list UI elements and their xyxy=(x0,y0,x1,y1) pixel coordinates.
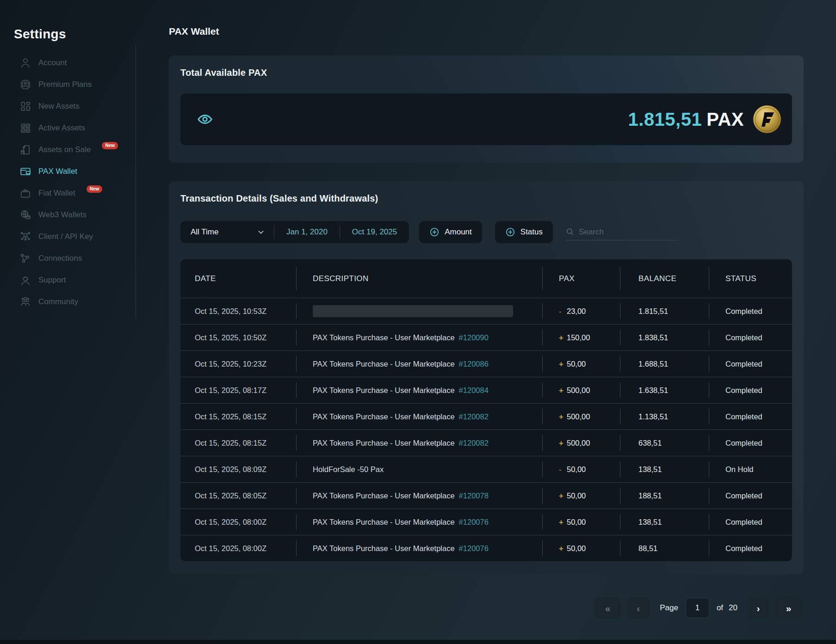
sidebar-item-assets-on-sale[interactable]: Assets on Sale New xyxy=(19,139,130,160)
search-icon xyxy=(566,227,575,236)
tx-description-text: PAX Tokens Purchase - User Marketplace xyxy=(313,544,455,553)
table-row: Oct 15, 2025, 08:15Z PAX Tokens Purchase… xyxy=(180,403,792,429)
tx-amount-sign: + xyxy=(559,412,564,421)
user-icon xyxy=(19,57,31,69)
amount-filter-label: Amount xyxy=(445,227,472,237)
sidebar-item-client-api-key[interactable]: Client / API Key xyxy=(19,226,130,247)
plus-circle-icon xyxy=(505,227,515,237)
sidebar-item-support[interactable]: Support xyxy=(19,269,130,291)
tx-balance: 1.815,51 xyxy=(620,298,709,324)
sidebar-item-label: PAX Wallet xyxy=(38,167,77,176)
redacted-description-block xyxy=(313,305,513,317)
tx-description-text: PAX Tokens Purchase - User Marketplace xyxy=(313,491,455,500)
tx-amount-value: 50,00 xyxy=(567,360,586,368)
plus-circle-icon xyxy=(429,227,440,237)
tx-amount: + 500,00 xyxy=(542,377,620,403)
tx-description: PAX Tokens Purchase - User Marketplace #… xyxy=(296,404,542,429)
tx-reference-link[interactable]: #120076 xyxy=(459,518,489,527)
new-badge: New xyxy=(87,185,103,193)
sidebar-item-fiat-wallet[interactable]: Fiat Wallet New xyxy=(19,182,130,204)
tx-balance: 138,51 xyxy=(620,509,709,535)
sidebar-item-premium-plans[interactable]: Premium Plans xyxy=(19,74,130,95)
tx-date: Oct 15, 2025, 08:05Z xyxy=(180,483,296,509)
tx-amount: + 150,00 xyxy=(542,325,620,350)
sidebar-item-web3-wallets[interactable]: Web3 Wallets xyxy=(19,204,130,226)
tx-amount: + 50,00 xyxy=(542,509,620,535)
sidebar-item-pax-wallet[interactable]: PAX Wallet xyxy=(19,160,130,182)
tx-reference-link[interactable]: #120086 xyxy=(459,360,489,368)
date-range-box: All Time Jan 1, 2020 Oct 19, 2025 xyxy=(180,221,409,243)
toggle-balance-visibility-button[interactable] xyxy=(197,111,213,127)
time-range-value: All Time xyxy=(191,227,218,237)
table-body: Oct 15, 2025, 10:53Z - 23,00 1.815,51 Co… xyxy=(180,298,792,561)
tx-amount-sign: + xyxy=(559,518,564,527)
time-range-dropdown[interactable]: All Time xyxy=(180,227,274,237)
settings-title: Settings xyxy=(14,27,66,42)
tx-amount-value: 500,00 xyxy=(567,412,590,421)
table-header: DATE DESCRIPTION PAX BALANCE STATUS xyxy=(180,259,792,298)
table-row: Oct 15, 2025, 08:17Z PAX Tokens Purchase… xyxy=(180,377,792,403)
tx-amount: - 23,00 xyxy=(542,298,620,324)
sidebar-item-community[interactable]: Community xyxy=(19,291,130,313)
page-number-input[interactable] xyxy=(686,598,709,618)
tx-date: Oct 15, 2025, 08:09Z xyxy=(180,456,296,482)
tx-description: PAX Tokens Purchase - User Marketplace #… xyxy=(296,377,542,403)
tx-balance: 188,51 xyxy=(620,483,709,509)
tx-date: Oct 15, 2025, 08:15Z xyxy=(180,404,296,429)
tx-description-text: PAX Tokens Purchase - User Marketplace xyxy=(313,518,455,527)
tx-amount: + 500,00 xyxy=(542,430,620,456)
tx-description-text: PAX Tokens Purchase - User Marketplace xyxy=(313,439,455,448)
tx-description: PAX Tokens Purchase - User Marketplace #… xyxy=(296,430,542,456)
balance-panel-title: Total Available PAX xyxy=(180,67,792,78)
tx-date: Oct 15, 2025, 08:00Z xyxy=(180,509,296,535)
tx-status: Completed xyxy=(709,377,792,403)
tx-date: Oct 15, 2025, 08:00Z xyxy=(180,535,296,561)
filter-row: All Time Jan 1, 2020 Oct 19, 2025 Amount… xyxy=(180,221,792,243)
tx-reference-link[interactable]: #120082 xyxy=(459,439,489,448)
globe-card-icon xyxy=(19,209,31,221)
page-total: 20 xyxy=(729,603,737,613)
tx-status: Completed xyxy=(709,351,792,377)
table-row: Oct 15, 2025, 10:53Z - 23,00 1.815,51 Co… xyxy=(180,298,792,324)
sidebar-item-label: Client / API Key xyxy=(38,232,93,241)
tx-amount-value: 150,00 xyxy=(567,333,590,342)
first-page-button[interactable]: « xyxy=(594,597,621,619)
tx-description xyxy=(296,298,542,324)
sidebar-nav: Account Premium Plans New Assets Active … xyxy=(19,52,130,313)
sidebar-item-account[interactable]: Account xyxy=(19,52,130,74)
table-row: Oct 15, 2025, 10:23Z PAX Tokens Purchase… xyxy=(180,350,792,377)
tx-date: Oct 15, 2025, 08:15Z xyxy=(180,430,296,456)
sidebar-item-connections[interactable]: Connections xyxy=(19,247,130,269)
next-page-button[interactable]: › xyxy=(748,597,769,619)
api-network-icon xyxy=(19,231,31,243)
tx-reference-link[interactable]: #120084 xyxy=(459,386,489,395)
tx-description-text: PAX Tokens Purchase - User Marketplace xyxy=(313,333,455,342)
amount-filter-button[interactable]: Amount xyxy=(419,221,482,243)
date-from-button[interactable]: Jan 1, 2020 xyxy=(274,227,340,237)
tx-amount: + 50,00 xyxy=(542,535,620,561)
sidebar-item-active-assets[interactable]: Active Assets xyxy=(19,117,130,139)
search-input[interactable] xyxy=(579,227,678,237)
previous-page-button[interactable]: ‹ xyxy=(627,597,650,619)
tx-reference-link[interactable]: #120082 xyxy=(459,412,489,421)
tx-amount-sign: - xyxy=(559,465,564,474)
column-header-description: DESCRIPTION xyxy=(296,259,542,298)
table-row: Oct 15, 2025, 08:05Z PAX Tokens Purchase… xyxy=(180,482,792,509)
checkboxes-icon xyxy=(19,122,31,134)
last-page-button[interactable]: » xyxy=(775,597,802,619)
date-to-button[interactable]: Oct 19, 2025 xyxy=(340,227,409,237)
sidebar-item-label: Account xyxy=(38,58,67,67)
table-row: Oct 15, 2025, 08:15Z PAX Tokens Purchase… xyxy=(180,429,792,456)
tx-reference-link[interactable]: #120090 xyxy=(459,333,489,342)
status-filter-button[interactable]: Status xyxy=(495,221,553,243)
tx-reference-link[interactable]: #120076 xyxy=(459,544,489,553)
tx-reference-link[interactable]: #120078 xyxy=(459,491,489,500)
tx-description: PAX Tokens Purchase - User Marketplace #… xyxy=(296,351,542,377)
share-nodes-icon xyxy=(19,252,31,264)
tx-amount-sign: + xyxy=(559,439,564,448)
sidebar-item-label: Active Assets xyxy=(38,123,85,133)
table-row: Oct 15, 2025, 08:00Z PAX Tokens Purchase… xyxy=(180,535,792,561)
tx-amount-sign: - xyxy=(559,307,564,316)
sidebar-item-new-assets[interactable]: New Assets xyxy=(19,95,130,117)
transactions-table: DATE DESCRIPTION PAX BALANCE STATUS Oct … xyxy=(180,259,792,561)
